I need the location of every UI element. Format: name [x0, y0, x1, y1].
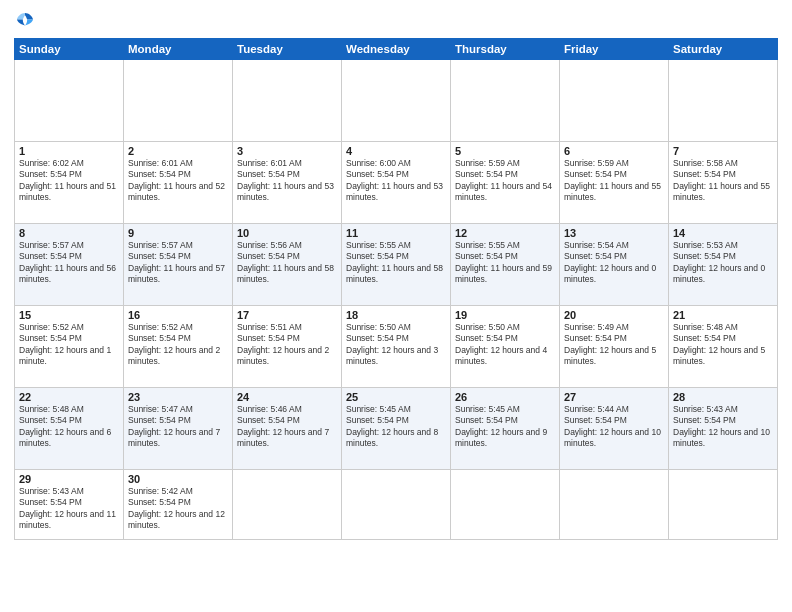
calendar-cell: 24Sunrise: 5:46 AMSunset: 5:54 PMDayligh… — [233, 388, 342, 470]
day-info: Sunrise: 5:45 AMSunset: 5:54 PMDaylight:… — [455, 404, 555, 450]
day-info: Sunrise: 6:01 AMSunset: 5:54 PMDaylight:… — [237, 158, 337, 204]
calendar-cell — [669, 60, 778, 142]
calendar-cell: 4Sunrise: 6:00 AMSunset: 5:54 PMDaylight… — [342, 142, 451, 224]
day-number: 11 — [346, 227, 446, 239]
day-info: Sunrise: 5:47 AMSunset: 5:54 PMDaylight:… — [128, 404, 228, 450]
day-info: Sunrise: 5:58 AMSunset: 5:54 PMDaylight:… — [673, 158, 773, 204]
day-info: Sunrise: 5:52 AMSunset: 5:54 PMDaylight:… — [19, 322, 119, 368]
day-number: 10 — [237, 227, 337, 239]
col-monday: Monday — [124, 39, 233, 60]
day-info: Sunrise: 5:42 AMSunset: 5:54 PMDaylight:… — [128, 486, 228, 532]
day-number: 23 — [128, 391, 228, 403]
calendar-cell: 5Sunrise: 5:59 AMSunset: 5:54 PMDaylight… — [451, 142, 560, 224]
calendar-cell — [233, 470, 342, 540]
calendar-cell: 1Sunrise: 6:02 AMSunset: 5:54 PMDaylight… — [15, 142, 124, 224]
calendar-cell: 15Sunrise: 5:52 AMSunset: 5:54 PMDayligh… — [15, 306, 124, 388]
day-info: Sunrise: 5:57 AMSunset: 5:54 PMDaylight:… — [128, 240, 228, 286]
header — [14, 10, 778, 32]
day-info: Sunrise: 5:45 AMSunset: 5:54 PMDaylight:… — [346, 404, 446, 450]
page: Sunday Monday Tuesday Wednesday Thursday… — [0, 0, 792, 612]
calendar-cell: 14Sunrise: 5:53 AMSunset: 5:54 PMDayligh… — [669, 224, 778, 306]
calendar-cell — [669, 470, 778, 540]
calendar-header-row: Sunday Monday Tuesday Wednesday Thursday… — [15, 39, 778, 60]
day-number: 20 — [564, 309, 664, 321]
day-number: 22 — [19, 391, 119, 403]
calendar-cell — [342, 60, 451, 142]
day-number: 4 — [346, 145, 446, 157]
day-info: Sunrise: 5:43 AMSunset: 5:54 PMDaylight:… — [19, 486, 119, 532]
day-number: 17 — [237, 309, 337, 321]
day-number: 15 — [19, 309, 119, 321]
day-info: Sunrise: 5:55 AMSunset: 5:54 PMDaylight:… — [455, 240, 555, 286]
calendar-cell: 26Sunrise: 5:45 AMSunset: 5:54 PMDayligh… — [451, 388, 560, 470]
calendar-week-row: 1Sunrise: 6:02 AMSunset: 5:54 PMDaylight… — [15, 142, 778, 224]
day-number: 29 — [19, 473, 119, 485]
day-info: Sunrise: 5:50 AMSunset: 5:54 PMDaylight:… — [346, 322, 446, 368]
calendar-cell: 16Sunrise: 5:52 AMSunset: 5:54 PMDayligh… — [124, 306, 233, 388]
day-number: 25 — [346, 391, 446, 403]
calendar-cell: 8Sunrise: 5:57 AMSunset: 5:54 PMDaylight… — [15, 224, 124, 306]
day-info: Sunrise: 5:52 AMSunset: 5:54 PMDaylight:… — [128, 322, 228, 368]
calendar-cell — [342, 470, 451, 540]
col-thursday: Thursday — [451, 39, 560, 60]
calendar-cell — [15, 60, 124, 142]
calendar-cell: 7Sunrise: 5:58 AMSunset: 5:54 PMDaylight… — [669, 142, 778, 224]
calendar-cell: 2Sunrise: 6:01 AMSunset: 5:54 PMDaylight… — [124, 142, 233, 224]
calendar-cell: 28Sunrise: 5:43 AMSunset: 5:54 PMDayligh… — [669, 388, 778, 470]
calendar-cell — [451, 470, 560, 540]
calendar-cell: 18Sunrise: 5:50 AMSunset: 5:54 PMDayligh… — [342, 306, 451, 388]
day-info: Sunrise: 6:01 AMSunset: 5:54 PMDaylight:… — [128, 158, 228, 204]
calendar-table: Sunday Monday Tuesday Wednesday Thursday… — [14, 38, 778, 540]
day-number: 30 — [128, 473, 228, 485]
day-info: Sunrise: 5:55 AMSunset: 5:54 PMDaylight:… — [346, 240, 446, 286]
calendar-cell: 27Sunrise: 5:44 AMSunset: 5:54 PMDayligh… — [560, 388, 669, 470]
day-number: 8 — [19, 227, 119, 239]
calendar-week-row: 8Sunrise: 5:57 AMSunset: 5:54 PMDaylight… — [15, 224, 778, 306]
calendar-cell — [560, 60, 669, 142]
day-info: Sunrise: 5:54 AMSunset: 5:54 PMDaylight:… — [564, 240, 664, 286]
calendar-cell: 29Sunrise: 5:43 AMSunset: 5:54 PMDayligh… — [15, 470, 124, 540]
day-number: 2 — [128, 145, 228, 157]
day-number: 24 — [237, 391, 337, 403]
day-number: 13 — [564, 227, 664, 239]
calendar-cell — [124, 60, 233, 142]
day-number: 9 — [128, 227, 228, 239]
day-number: 5 — [455, 145, 555, 157]
day-info: Sunrise: 5:56 AMSunset: 5:54 PMDaylight:… — [237, 240, 337, 286]
day-info: Sunrise: 5:44 AMSunset: 5:54 PMDaylight:… — [564, 404, 664, 450]
day-number: 28 — [673, 391, 773, 403]
calendar-cell — [451, 60, 560, 142]
day-info: Sunrise: 6:00 AMSunset: 5:54 PMDaylight:… — [346, 158, 446, 204]
calendar-cell: 9Sunrise: 5:57 AMSunset: 5:54 PMDaylight… — [124, 224, 233, 306]
logo-icon — [14, 10, 36, 32]
calendar-cell: 13Sunrise: 5:54 AMSunset: 5:54 PMDayligh… — [560, 224, 669, 306]
col-wednesday: Wednesday — [342, 39, 451, 60]
day-info: Sunrise: 5:53 AMSunset: 5:54 PMDaylight:… — [673, 240, 773, 286]
day-number: 1 — [19, 145, 119, 157]
day-number: 21 — [673, 309, 773, 321]
calendar-cell: 22Sunrise: 5:48 AMSunset: 5:54 PMDayligh… — [15, 388, 124, 470]
calendar-cell: 3Sunrise: 6:01 AMSunset: 5:54 PMDaylight… — [233, 142, 342, 224]
calendar-cell: 21Sunrise: 5:48 AMSunset: 5:54 PMDayligh… — [669, 306, 778, 388]
day-info: Sunrise: 5:59 AMSunset: 5:54 PMDaylight:… — [455, 158, 555, 204]
day-info: Sunrise: 5:49 AMSunset: 5:54 PMDaylight:… — [564, 322, 664, 368]
col-saturday: Saturday — [669, 39, 778, 60]
day-number: 26 — [455, 391, 555, 403]
day-info: Sunrise: 5:46 AMSunset: 5:54 PMDaylight:… — [237, 404, 337, 450]
calendar-cell: 10Sunrise: 5:56 AMSunset: 5:54 PMDayligh… — [233, 224, 342, 306]
calendar-cell: 12Sunrise: 5:55 AMSunset: 5:54 PMDayligh… — [451, 224, 560, 306]
calendar-cell — [560, 470, 669, 540]
day-info: Sunrise: 5:50 AMSunset: 5:54 PMDaylight:… — [455, 322, 555, 368]
calendar-cell: 6Sunrise: 5:59 AMSunset: 5:54 PMDaylight… — [560, 142, 669, 224]
day-number: 6 — [564, 145, 664, 157]
calendar-week-row — [15, 60, 778, 142]
day-number: 7 — [673, 145, 773, 157]
day-info: Sunrise: 5:59 AMSunset: 5:54 PMDaylight:… — [564, 158, 664, 204]
calendar-week-row: 15Sunrise: 5:52 AMSunset: 5:54 PMDayligh… — [15, 306, 778, 388]
day-number: 19 — [455, 309, 555, 321]
day-info: Sunrise: 5:48 AMSunset: 5:54 PMDaylight:… — [673, 322, 773, 368]
day-info: Sunrise: 5:48 AMSunset: 5:54 PMDaylight:… — [19, 404, 119, 450]
calendar-cell: 19Sunrise: 5:50 AMSunset: 5:54 PMDayligh… — [451, 306, 560, 388]
day-number: 12 — [455, 227, 555, 239]
calendar-cell: 30Sunrise: 5:42 AMSunset: 5:54 PMDayligh… — [124, 470, 233, 540]
